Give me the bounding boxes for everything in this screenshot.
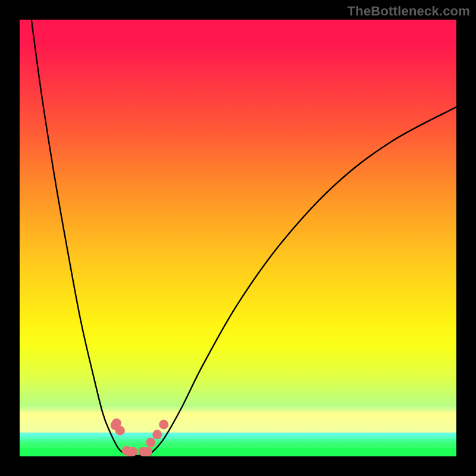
data-marker bbox=[159, 419, 168, 429]
bottleneck-curve bbox=[32, 20, 456, 456]
data-marker bbox=[115, 426, 125, 436]
curve-layer bbox=[20, 20, 456, 456]
data-marker bbox=[128, 447, 137, 456]
data-marker bbox=[146, 438, 155, 447]
data-markers bbox=[111, 418, 169, 456]
chart-frame: TheBottleneck.com bbox=[0, 0, 476, 476]
data-marker bbox=[143, 447, 152, 456]
watermark-text: TheBottleneck.com bbox=[347, 4, 470, 19]
data-marker bbox=[152, 430, 162, 439]
